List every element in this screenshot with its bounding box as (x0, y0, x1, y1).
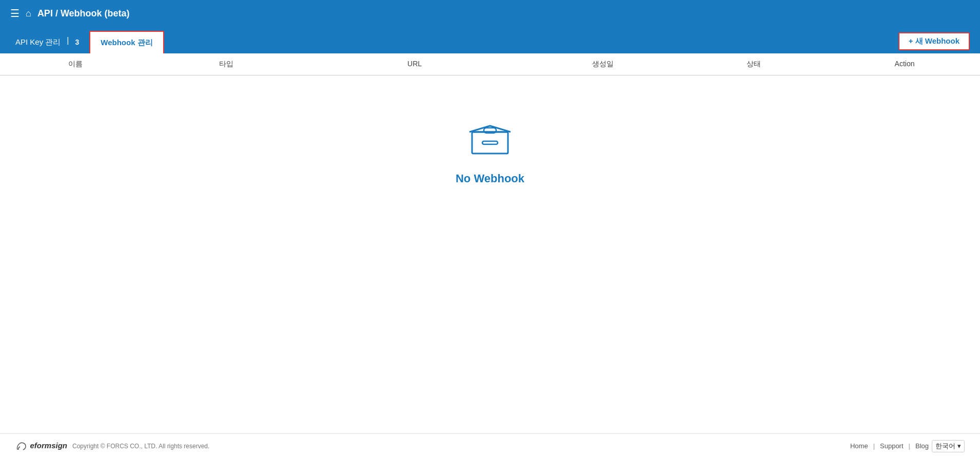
col-header-action: Action (829, 60, 980, 69)
footer: eformsign Copyright © FORCS CO., LTD. Al… (0, 433, 980, 458)
header: ☰ ⌂ API / Webhook (beta) (0, 0, 980, 27)
footer-blog-link[interactable]: Blog (915, 442, 929, 450)
svg-rect-0 (472, 132, 508, 154)
col-header-status: 상태 (678, 60, 829, 69)
tab-divider: | (65, 36, 71, 45)
home-icon[interactable]: ⌂ (26, 8, 31, 19)
empty-box-icon (467, 117, 513, 160)
tab-api-key[interactable]: API Key 관리 | 3 (5, 31, 89, 53)
footer-sep-2: | (909, 442, 910, 450)
col-header-url: URL (302, 60, 528, 69)
tab-bar: API Key 관리 | 3 Webhook 관리 + 새 Webhook (0, 27, 980, 53)
new-webhook-button-label: + 새 Webhook (909, 36, 959, 46)
api-key-tab-label: API Key 관리 (15, 37, 61, 47)
empty-state: No Webhook (0, 75, 980, 216)
col-header-type: 타입 (151, 60, 302, 69)
chevron-down-icon: ▾ (957, 442, 961, 450)
col-header-created: 생성일 (527, 60, 678, 69)
footer-logo-text: eformsign (15, 441, 67, 452)
menu-icon[interactable]: ☰ (10, 7, 19, 20)
empty-text: No Webhook (456, 172, 524, 185)
api-key-count: 3 (75, 38, 80, 46)
language-label: 한국어 (935, 442, 955, 451)
page-title: API / Webhook (beta) (37, 8, 130, 19)
svg-rect-3 (482, 141, 498, 144)
col-header-name: 이름 (0, 60, 151, 69)
tab-webhook[interactable]: Webhook 관리 (89, 31, 164, 53)
footer-copyright: Copyright © FORCS CO., LTD. All rights r… (72, 443, 209, 450)
new-webhook-button[interactable]: + 새 Webhook (898, 32, 970, 50)
table-header: 이름 타입 URL 생성일 상태 Action (0, 53, 980, 75)
footer-sep-1: | (873, 442, 875, 450)
table-container: 이름 타입 URL 생성일 상태 Action No Webhook (0, 53, 980, 216)
footer-logo-area: eformsign Copyright © FORCS CO., LTD. Al… (15, 441, 209, 452)
footer-support-link[interactable]: Support (880, 442, 904, 450)
language-select[interactable]: 한국어 ▾ (932, 440, 965, 452)
footer-right: Home | Support | Blog 한국어 ▾ (850, 440, 965, 452)
footer-home-link[interactable]: Home (850, 442, 868, 450)
webhook-tab-label: Webhook 관리 (101, 38, 152, 48)
